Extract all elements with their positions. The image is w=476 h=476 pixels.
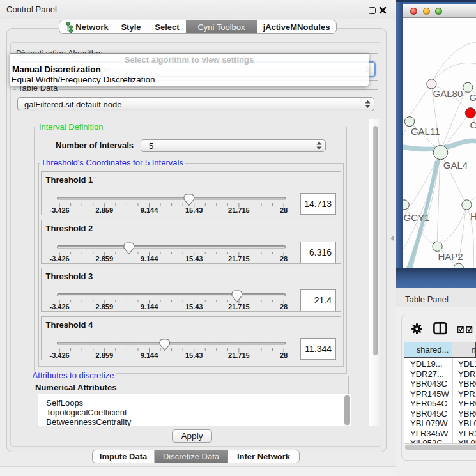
svg-text:GAL11: GAL11 (411, 126, 440, 137)
svg-text:C: C (470, 119, 476, 130)
svg-text:H: H (470, 211, 476, 222)
svg-text:GCY1: GCY1 (404, 212, 430, 223)
svg-text:HAP2: HAP2 (438, 251, 463, 262)
svg-text:GAL4: GAL4 (443, 159, 468, 170)
svg-text:GA: GA (470, 91, 476, 102)
svg-text:GAL80: GAL80 (433, 88, 463, 99)
